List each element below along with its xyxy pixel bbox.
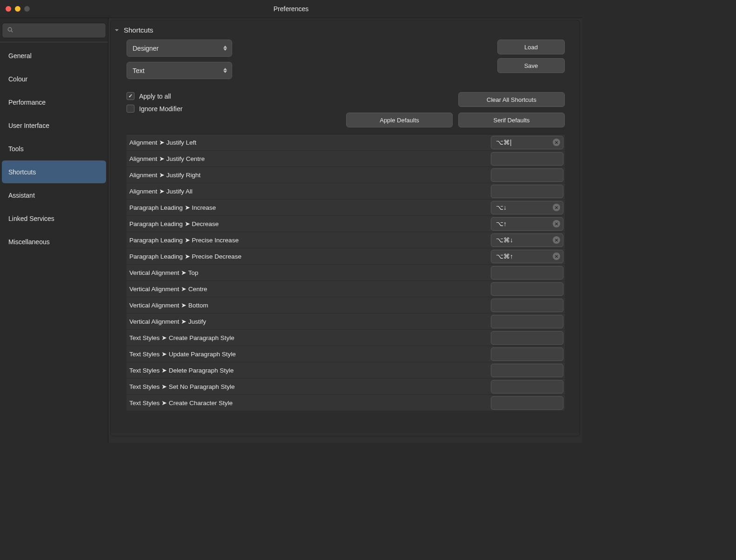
panel-header[interactable]: Shortcuts bbox=[111, 20, 580, 40]
load-save-column: Load Save bbox=[497, 40, 565, 79]
controls-top: Designer Text bbox=[127, 40, 565, 79]
shortcut-label: Text Styles ➤ Delete Paragraph Style bbox=[129, 367, 488, 374]
shortcut-row: Vertical Alignment ➤ Top bbox=[127, 265, 565, 281]
shortcut-value: ⌥↓ bbox=[496, 204, 549, 211]
shortcut-label: Vertical Alignment ➤ Centre bbox=[129, 285, 488, 293]
sidebar-item-label: General bbox=[8, 52, 32, 60]
checks-column: Apply to all Ignore Modifier bbox=[127, 92, 182, 117]
shortcuts-panel: Shortcuts Designer bbox=[110, 20, 580, 436]
secondary-select[interactable]: Text bbox=[127, 62, 232, 79]
sidebar-item-shortcuts[interactable]: Shortcuts bbox=[2, 160, 106, 183]
shortcut-input[interactable]: ⌥⌘|✕ bbox=[491, 136, 563, 149]
shortcut-input[interactable] bbox=[491, 347, 563, 361]
primary-select[interactable]: Designer bbox=[127, 40, 232, 57]
shortcut-row: Vertical Alignment ➤ Justify bbox=[127, 313, 565, 330]
clear-shortcut-icon[interactable]: ✕ bbox=[553, 220, 560, 227]
shortcut-input[interactable]: ⌥⌘↓✕ bbox=[491, 233, 563, 247]
shortcut-input[interactable] bbox=[491, 299, 563, 312]
sidebar-item-performance[interactable]: Performance bbox=[2, 91, 106, 113]
shortcut-label: Vertical Alignment ➤ Justify bbox=[129, 318, 488, 325]
shortcut-input[interactable] bbox=[491, 396, 563, 410]
chevron-down-icon bbox=[114, 27, 120, 33]
shortcuts-list[interactable]: Alignment ➤ Justify Left⌥⌘|✕Alignment ➤ … bbox=[127, 134, 565, 429]
sidebar-item-general[interactable]: General bbox=[2, 44, 106, 67]
apply-to-all-row: Apply to all bbox=[127, 92, 182, 100]
shortcut-label: Text Styles ➤ Update Paragraph Style bbox=[129, 350, 488, 358]
shortcut-input[interactable]: ⌥↑✕ bbox=[491, 217, 563, 231]
shortcut-label: Paragraph Leading ➤ Precise Increase bbox=[129, 236, 488, 244]
shortcuts-list-container: Alignment ➤ Justify Left⌥⌘|✕Alignment ➤ … bbox=[127, 134, 565, 429]
shortcut-row: Paragraph Leading ➤ Increase⌥↓✕ bbox=[127, 200, 565, 216]
shortcut-input[interactable] bbox=[491, 380, 563, 393]
search-field[interactable] bbox=[2, 23, 106, 38]
ignore-modifier-checkbox[interactable] bbox=[127, 105, 134, 113]
clear-shortcut-icon[interactable]: ✕ bbox=[553, 236, 560, 244]
titlebar: Preferences bbox=[0, 0, 582, 18]
close-window-icon[interactable] bbox=[6, 6, 11, 12]
shortcut-input[interactable] bbox=[491, 152, 563, 166]
sidebar-item-tools[interactable]: Tools bbox=[2, 137, 106, 160]
maximize-window-icon[interactable] bbox=[24, 6, 30, 12]
apply-to-all-checkbox[interactable] bbox=[127, 92, 134, 100]
serif-defaults-button[interactable]: Serif Defaults bbox=[458, 113, 565, 127]
shortcut-label: Paragraph Leading ➤ Precise Decrease bbox=[129, 253, 488, 260]
shortcut-input[interactable]: ⌥⌘↑✕ bbox=[491, 250, 563, 263]
search-input[interactable] bbox=[17, 27, 101, 34]
sidebar-item-label: Miscellaneous bbox=[8, 238, 50, 246]
sidebar-item-label: Shortcuts bbox=[8, 168, 36, 176]
ignore-modifier-row: Ignore Modifier bbox=[127, 105, 182, 113]
shortcut-label: Alignment ➤ Justify Left bbox=[129, 139, 488, 146]
clear-shortcut-icon[interactable]: ✕ bbox=[553, 253, 560, 260]
shortcut-label: Alignment ➤ Justify Right bbox=[129, 171, 488, 179]
clear-shortcut-icon[interactable]: ✕ bbox=[553, 139, 560, 146]
sidebar-item-user-interface[interactable]: User Interface bbox=[2, 114, 106, 137]
defaults-row: Apple Defaults Serif Defaults bbox=[346, 113, 565, 127]
shortcut-input[interactable] bbox=[491, 185, 563, 198]
checks-and-buttons: Apply to all Ignore Modifier Clear All S… bbox=[127, 92, 565, 127]
shortcut-row: Text Styles ➤ Update Paragraph Style bbox=[127, 346, 565, 362]
sidebar: GeneralColourPerformanceUser InterfaceTo… bbox=[0, 18, 108, 443]
shortcut-input[interactable] bbox=[491, 168, 563, 182]
minimize-window-icon[interactable] bbox=[15, 6, 20, 12]
shortcut-input[interactable] bbox=[491, 282, 563, 296]
sidebar-item-linked-services[interactable]: Linked Services bbox=[2, 207, 106, 230]
shortcut-row: Vertical Alignment ➤ Centre bbox=[127, 281, 565, 297]
sidebar-item-assistant[interactable]: Assistant bbox=[2, 184, 106, 207]
shortcut-value: ⌥↑ bbox=[496, 220, 549, 227]
apple-defaults-button[interactable]: Apple Defaults bbox=[346, 113, 453, 127]
shortcut-value: ⌥⌘| bbox=[496, 139, 549, 146]
sidebar-item-label: Tools bbox=[8, 145, 24, 153]
shortcut-label: Text Styles ➤ Create Paragraph Style bbox=[129, 334, 488, 341]
shortcut-row: Text Styles ➤ Create Paragraph Style bbox=[127, 330, 565, 346]
svg-point-0 bbox=[8, 27, 12, 31]
shortcut-input[interactable]: ⌥↓✕ bbox=[491, 201, 563, 214]
sidebar-item-colour[interactable]: Colour bbox=[2, 67, 106, 90]
shortcut-input[interactable] bbox=[491, 364, 563, 377]
clear-all-shortcuts-button[interactable]: Clear All Shortcuts bbox=[458, 92, 565, 107]
shortcut-row: Alignment ➤ Justify Centre bbox=[127, 151, 565, 167]
shortcut-input[interactable] bbox=[491, 266, 563, 280]
sidebar-item-label: Colour bbox=[8, 75, 27, 83]
search-icon bbox=[7, 27, 13, 35]
shortcut-value: ⌥⌘↑ bbox=[496, 253, 549, 260]
primary-select-value: Designer bbox=[133, 45, 159, 52]
shortcut-row: Vertical Alignment ➤ Bottom bbox=[127, 297, 565, 313]
sidebar-item-label: User Interface bbox=[8, 122, 49, 129]
save-button[interactable]: Save bbox=[497, 58, 565, 73]
panel-controls: Designer Text bbox=[111, 40, 580, 134]
shortcut-input[interactable] bbox=[491, 315, 563, 328]
clear-shortcut-icon[interactable]: ✕ bbox=[553, 204, 560, 211]
traffic-lights bbox=[6, 6, 30, 12]
preferences-window: Preferences GeneralColourPerformanceUser… bbox=[0, 0, 582, 443]
window-title: Preferences bbox=[0, 5, 582, 13]
shortcut-input[interactable] bbox=[491, 331, 563, 345]
sidebar-nav: GeneralColourPerformanceUser InterfaceTo… bbox=[0, 42, 108, 255]
sidebar-item-label: Linked Services bbox=[8, 215, 54, 222]
load-button[interactable]: Load bbox=[497, 40, 565, 54]
search-wrap bbox=[0, 21, 108, 38]
shortcut-label: Alignment ➤ Justify All bbox=[129, 187, 488, 195]
shortcut-row: Paragraph Leading ➤ Decrease⌥↑✕ bbox=[127, 216, 565, 232]
shortcut-row: Paragraph Leading ➤ Precise Increase⌥⌘↓✕ bbox=[127, 232, 565, 248]
sidebar-item-miscellaneous[interactable]: Miscellaneous bbox=[2, 230, 106, 253]
secondary-select-value: Text bbox=[133, 67, 145, 74]
